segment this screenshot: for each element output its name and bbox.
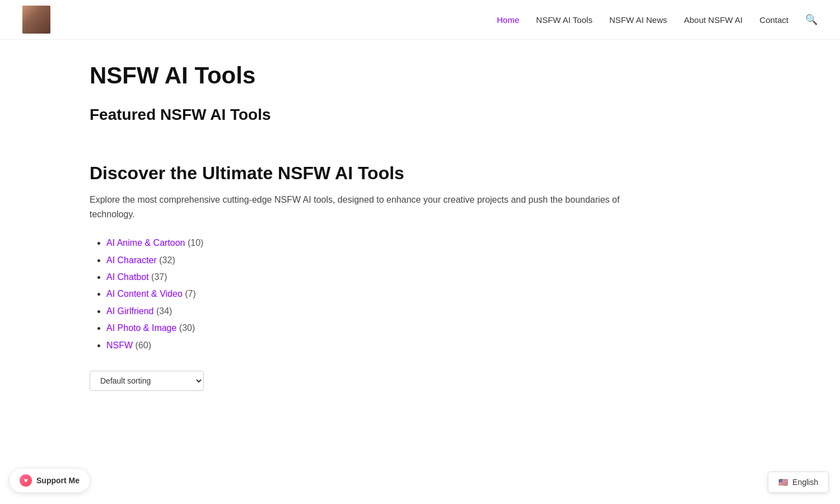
discover-description: Explore the most comprehensive cutting-e… [90,193,650,221]
nav-tools[interactable]: NSFW AI Tools [536,15,592,25]
category-link-photo-image[interactable]: AI Photo & Image [106,323,176,333]
list-item: AI Photo & Image (30) [106,320,750,337]
list-item: AI Girlfriend (34) [106,303,750,320]
nav-contact[interactable]: Contact [759,15,788,25]
search-icon-button[interactable]: 🔍 [805,13,818,26]
category-count-photo-image: (30) [179,323,195,333]
category-link-anime[interactable]: AI Anime & Cartoon [106,238,185,248]
category-count-anime: (10) [188,238,203,248]
page-title: NSFW AI Tools [90,62,750,89]
list-item: AI Anime & Cartoon (10) [106,235,750,251]
category-count-content-video: (7) [185,289,196,298]
category-count-character: (32) [159,255,175,265]
sort-row: Default sorting Sort by popularity Sort … [90,371,750,391]
category-link-character[interactable]: AI Character [106,255,157,265]
nav-home[interactable]: Home [497,15,519,25]
category-count-chatbot: (37) [151,272,167,282]
list-item: AI Content & Video (7) [106,286,750,302]
nav-news[interactable]: NSFW AI News [609,15,667,25]
nav-about[interactable]: About NSFW AI [684,15,743,25]
category-link-girlfriend[interactable]: AI Girlfriend [106,306,153,316]
list-item: NSFW (60) [106,337,750,354]
category-link-nsfw[interactable]: NSFW [106,340,133,350]
discover-section-title: Discover the Ultimate NSFW AI Tools [90,163,750,184]
main-nav: Home NSFW AI Tools NSFW AI News About NS… [497,13,818,26]
category-count-nsfw: (60) [136,340,151,350]
list-item: AI Character (32) [106,252,750,269]
category-list: AI Anime & Cartoon (10) AI Character (32… [90,235,750,354]
site-header: Home NSFW AI Tools NSFW AI News About NS… [0,0,840,40]
category-count-girlfriend: (34) [156,306,172,316]
category-link-chatbot[interactable]: AI Chatbot [106,272,149,282]
site-logo[interactable] [22,6,50,34]
list-item: AI Chatbot (37) [106,269,750,286]
category-link-content-video[interactable]: AI Content & Video [106,289,183,298]
sort-select[interactable]: Default sorting Sort by popularity Sort … [90,371,204,391]
featured-section-title: Featured NSFW AI Tools [90,106,750,124]
main-content: NSFW AI Tools Featured NSFW AI Tools Nud… [56,40,784,413]
